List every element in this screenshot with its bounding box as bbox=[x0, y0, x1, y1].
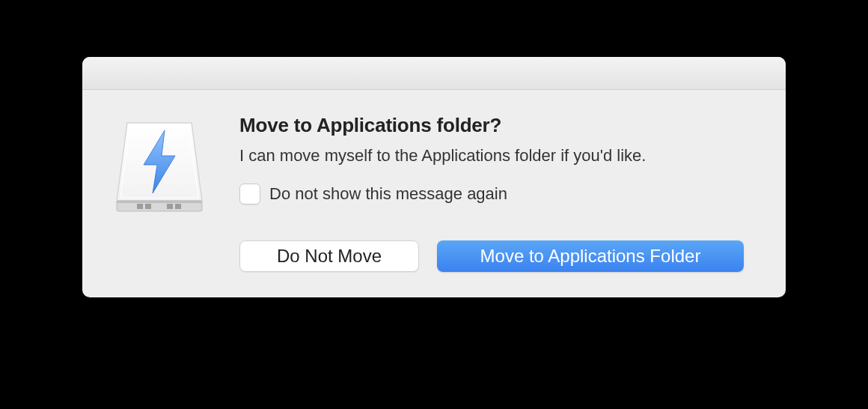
dialog-titlebar bbox=[82, 57, 786, 90]
svg-rect-1 bbox=[117, 201, 202, 203]
dialog-body: Move to Applications folder? I can move … bbox=[82, 90, 786, 297]
do-not-show-again-row[interactable]: Do not show this message again bbox=[239, 184, 757, 204]
move-to-applications-dialog: Move to Applications folder? I can move … bbox=[82, 57, 786, 297]
dialog-message: I can move myself to the Applications fo… bbox=[239, 145, 757, 167]
dialog-button-row: Do Not Move Move to Applications Folder bbox=[239, 240, 757, 272]
move-to-applications-button[interactable]: Move to Applications Folder bbox=[437, 240, 744, 272]
dialog-icon-column bbox=[111, 114, 223, 272]
svg-rect-3 bbox=[145, 204, 151, 209]
svg-rect-5 bbox=[175, 204, 181, 209]
do-not-show-again-label[interactable]: Do not show this message again bbox=[269, 184, 507, 204]
svg-rect-2 bbox=[137, 204, 143, 209]
dialog-content-column: Move to Applications folder? I can move … bbox=[223, 114, 757, 272]
app-drive-lightning-icon bbox=[111, 117, 208, 214]
svg-rect-4 bbox=[167, 204, 173, 209]
do-not-move-button[interactable]: Do Not Move bbox=[239, 240, 419, 272]
dialog-title: Move to Applications folder? bbox=[239, 114, 757, 137]
do-not-show-again-checkbox[interactable] bbox=[239, 184, 260, 204]
